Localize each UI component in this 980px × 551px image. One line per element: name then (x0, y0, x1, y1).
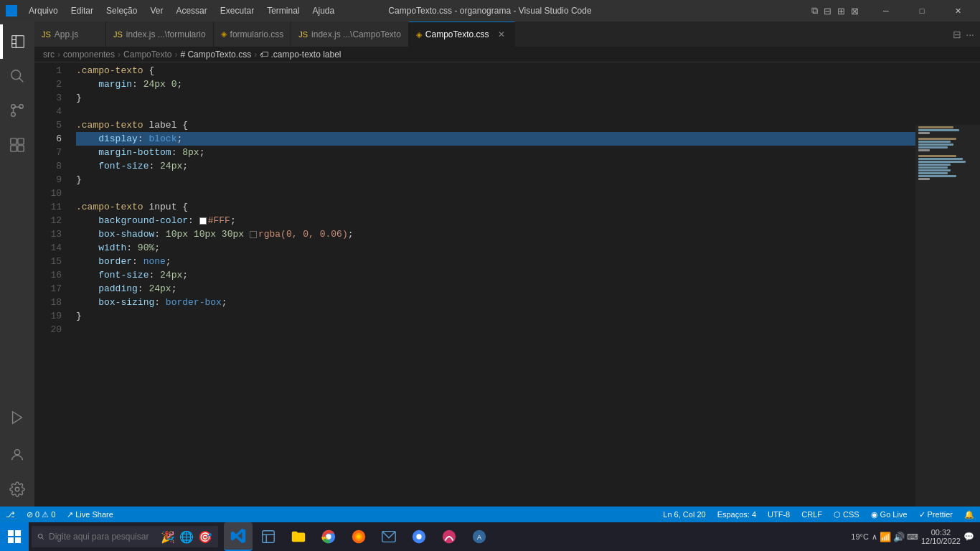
line-num-13: 13 (34, 227, 62, 241)
start-button[interactable] (0, 522, 29, 551)
eol-label: CRLF (801, 510, 822, 519)
activity-search[interactable] (0, 59, 34, 93)
status-spaces[interactable]: Espaços: 4 (712, 507, 762, 522)
taskbar-search-input[interactable] (49, 532, 156, 542)
code-line-3: } (76, 91, 980, 105)
code-line-6: display: block; (76, 132, 980, 146)
tab-label-appjs: App.js (55, 29, 78, 39)
tab-indexjs2[interactable]: JS index.js ...\CampoTexto (291, 22, 409, 47)
status-encoding[interactable]: UTF-8 (762, 507, 796, 522)
editor-layout-icon[interactable]: ⊟ (953, 29, 961, 40)
breadcrumb-src[interactable]: src (43, 50, 55, 60)
code-editor[interactable]: .campo-texto { margin: 24px 0; } .campo-… (69, 62, 980, 507)
cursor-position: Ln 6, Col 20 (663, 510, 705, 519)
svg-point-0 (11, 70, 21, 80)
line-num-14: 14 (34, 241, 62, 255)
chevron-up-icon[interactable]: ∧ (872, 532, 877, 542)
line-num-17: 17 (34, 282, 62, 296)
activity-run[interactable] (0, 400, 34, 435)
breadcrumb-componentes[interactable]: componentes (63, 50, 115, 60)
tab-campotextocss[interactable]: ◈ CampoTexto.css ✕ (409, 22, 515, 47)
warning-count: 0 (51, 510, 55, 519)
menu-terminal[interactable]: Terminal (261, 4, 305, 17)
keyboard-icon[interactable]: ⌨ (907, 532, 918, 542)
menu-editar[interactable]: Editar (65, 4, 99, 17)
mini-line-1 (918, 126, 953, 128)
vscode-logo (6, 5, 17, 17)
breadcrumb: src › componentes › CampoTexto › # Campo… (34, 47, 980, 62)
line-num-9: 9 (34, 173, 62, 187)
code-line-9: } (76, 173, 980, 187)
menu-ajuda[interactable]: Ajuda (307, 4, 341, 17)
titlebar-controls: ⧉ ⊟ ⊞ ⊠ ─ □ ✕ (809, 0, 974, 22)
taskbar-app-chrome[interactable] (314, 522, 343, 551)
status-bell[interactable]: 🔔 (958, 507, 980, 522)
close-button[interactable]: ✕ (941, 0, 974, 22)
taskbar-app-task[interactable] (254, 522, 283, 551)
taskbar-app-mail[interactable] (374, 522, 403, 551)
menu-arquivo[interactable]: Arquivo (23, 4, 64, 17)
activity-settings[interactable] (0, 472, 34, 507)
tab-close-campotextocss[interactable]: ✕ (496, 29, 507, 40)
breadcrumb-campotexto[interactable]: CampoTexto (123, 50, 171, 60)
tab-appjs[interactable]: JS App.js (34, 22, 106, 47)
breadcrumb-file[interactable]: # CampoTexto.css (180, 50, 251, 60)
golive-icon: ◉ (871, 510, 878, 519)
volume-icon[interactable]: 🔊 (893, 532, 905, 542)
mini-line-7 (918, 143, 953, 146)
taskbar-app-vscode[interactable] (224, 522, 253, 551)
svg-point-10 (14, 450, 19, 455)
layout-btn-1[interactable]: ⧉ (809, 4, 820, 18)
notification-icon[interactable]: 💬 (963, 532, 974, 542)
taskbar-app-arc[interactable] (435, 522, 463, 551)
encoding-label: UTF-8 (768, 510, 790, 519)
menu-acessar[interactable]: Acessar (170, 4, 212, 17)
code-line-4 (76, 105, 980, 118)
taskbar-app-chrome2[interactable] (405, 522, 433, 551)
minimize-button[interactable]: ─ (870, 0, 903, 22)
line-num-7: 7 (34, 146, 62, 159)
status-eol[interactable]: CRLF (796, 507, 828, 522)
code-line-20 (76, 323, 980, 336)
activity-extensions[interactable] (0, 128, 34, 162)
status-branch[interactable]: ⎇ (0, 507, 21, 522)
status-golive[interactable]: ◉ Go Live (865, 507, 913, 522)
tab-icon-css1: ◈ (221, 29, 227, 39)
tab-formulariocss[interactable]: ◈ formulario.css (214, 22, 292, 47)
activity-account[interactable] (0, 438, 34, 472)
activity-explorer[interactable] (0, 24, 34, 59)
status-language[interactable]: ⬡ CSS (828, 507, 865, 522)
clock[interactable]: 00:32 12/10/2022 (921, 528, 961, 545)
code-line-15: border: none; (76, 255, 980, 268)
code-line-18: box-sizing: border-box; (76, 296, 980, 309)
status-errors[interactable]: ⊘ 0 ⚠ 0 (21, 507, 61, 522)
error-icon: ⊘ (27, 510, 33, 519)
layout-btn-3[interactable]: ⊞ (835, 4, 847, 18)
taskbar-app-firefox[interactable] (344, 522, 373, 551)
tab-indexjs[interactable]: JS index.js ...\formulario (106, 22, 214, 47)
menu-executar[interactable]: Executar (215, 4, 260, 17)
taskbar-app-app8[interactable]: A (465, 522, 494, 551)
menu-selecao[interactable]: Seleção (100, 4, 143, 17)
menu-ver[interactable]: Ver (144, 4, 169, 17)
prettier-label: Prettier (928, 510, 953, 519)
mini-line-14 (918, 164, 951, 166)
network-icon[interactable]: 📶 (880, 532, 891, 542)
activity-git[interactable] (0, 93, 34, 128)
code-line-19: } (76, 309, 980, 323)
status-prettier[interactable]: ✓ Prettier (913, 507, 958, 522)
maximize-button[interactable]: □ (905, 0, 938, 22)
code-line-5: .campo-texto label { (76, 118, 980, 132)
breadcrumb-symbol[interactable]: 🏷 .campo-texto label (260, 50, 341, 60)
layout-btn-2[interactable]: ⊟ (821, 4, 834, 18)
taskbar-app-explorer[interactable] (284, 522, 313, 551)
taskbar-search-box[interactable]: 🎉 🌐 🎯 (32, 526, 218, 547)
layout-btn-4[interactable]: ⊠ (849, 4, 861, 18)
line-num-1: 1 (34, 64, 62, 77)
svg-line-1 (19, 78, 24, 83)
status-cursor[interactable]: Ln 6, Col 20 (657, 507, 711, 522)
svg-point-28 (416, 534, 421, 539)
line-num-18: 18 (34, 296, 62, 309)
more-tabs-icon[interactable]: ··· (966, 29, 974, 40)
status-liveshare[interactable]: ↗ Live Share (61, 507, 119, 522)
